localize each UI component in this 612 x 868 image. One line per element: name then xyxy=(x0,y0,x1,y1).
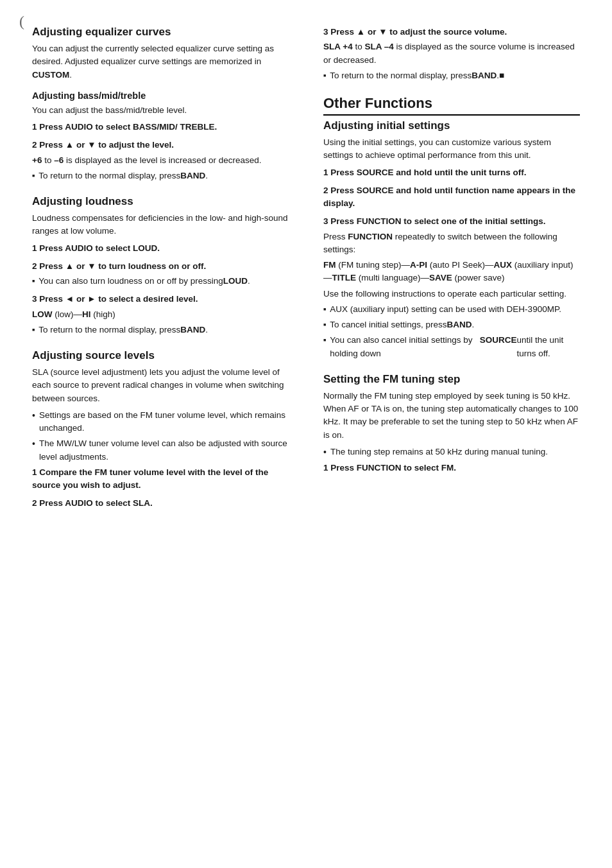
fm-dot1: The tuning step remains at 50 kHz during… xyxy=(323,446,580,459)
bass-body: You can adjust the bass/mid/treble level… xyxy=(32,104,298,117)
initial-settings-body: Using the initial settings, you can cust… xyxy=(323,136,580,162)
fm-tuning-title: Setting the FM tuning step xyxy=(323,373,580,386)
init-step2: 2 Press SOURCE and hold until function n… xyxy=(323,184,580,211)
init-bullet3: You can also cancel initial settings by … xyxy=(323,334,580,360)
loudness-bullet2: To return to the normal display, press B… xyxy=(32,324,298,336)
bass-bullet1: To return to the normal display, press B… xyxy=(32,169,298,182)
section-equalizer: Adjusting equalizer curves You can adjus… xyxy=(32,26,298,182)
bass-step2-heading: 2 Press ▲ or ▼ to adjust the level. xyxy=(32,139,298,152)
source-levels-body: SLA (source level adjustment) lets you a… xyxy=(32,366,298,405)
section-other-functions: Other Functions Adjusting initial settin… xyxy=(323,95,580,474)
corner-mark: ( xyxy=(19,13,24,30)
loudness-step3-heading: 3 Press ◄ or ► to select a desired level… xyxy=(32,293,298,306)
source-step2: 2 Press AUDIO to select SLA. xyxy=(32,497,298,510)
source-step3: 3 Press ▲ or ▼ to adjust the source volu… xyxy=(323,26,580,82)
loudness-step1-heading: 1 Press AUDIO to select LOUD. xyxy=(32,242,298,255)
init-step3-body2: FM (FM tuning step)—A-PI (auto PI Seek)—… xyxy=(323,259,580,285)
equalizer-title: Adjusting equalizer curves xyxy=(32,26,298,39)
source-dot2: The MW/LW tuner volume level can also be… xyxy=(32,437,298,464)
fm-tuning-body: Normally the FM tuning step employed by … xyxy=(323,390,580,442)
init-step2-heading: 2 Press SOURCE and hold until function n… xyxy=(323,184,580,211)
init-bullet2: To cancel initial settings, press BAND. xyxy=(323,318,580,331)
init-step3-body1: Press FUNCTION repeatedly to switch betw… xyxy=(323,230,580,257)
init-step3-body3: Use the following instructions to operat… xyxy=(323,288,580,300)
loudness-title: Adjusting loudness xyxy=(32,195,298,208)
loudness-step2-heading: 2 Press ▲ or ▼ to turn loudness on or of… xyxy=(32,260,298,273)
equalizer-body: You can adjust the currently selected eq… xyxy=(32,42,298,82)
loudness-bullet1: You can also turn loudness on or off by … xyxy=(32,275,298,288)
init-step1-heading: 1 Press SOURCE and hold until the unit t… xyxy=(323,166,580,179)
fm-step1: 1 Press FUNCTION to select FM. xyxy=(323,462,580,474)
source-step1: 1 Compare the FM tuner volume level with… xyxy=(32,466,298,492)
bass-title: Adjusting bass/mid/treble xyxy=(32,91,298,101)
source-step2-heading: 2 Press AUDIO to select SLA. xyxy=(32,497,298,510)
section-source-levels: Adjusting source levels SLA (source leve… xyxy=(32,349,298,510)
loudness-step3-body: LOW (low)—HI (high) xyxy=(32,308,298,321)
source-step3-section: 3 Press ▲ or ▼ to adjust the source volu… xyxy=(323,26,580,82)
source-step1-heading: 1 Compare the FM tuner volume level with… xyxy=(32,466,298,492)
init-step3: 3 Press FUNCTION to select one of the in… xyxy=(323,215,580,360)
bass-step2-body: +6 to –6 is displayed as the level is in… xyxy=(32,154,298,167)
loudness-step1: 1 Press AUDIO to select LOUD. xyxy=(32,242,298,255)
initial-settings-title: Adjusting initial settings xyxy=(323,119,580,132)
right-column: 3 Press ▲ or ▼ to adjust the source volu… xyxy=(323,26,580,523)
custom-bold: CUSTOM xyxy=(32,70,69,80)
section-loudness: Adjusting loudness Loudness compensates … xyxy=(32,195,298,336)
loudness-step3: 3 Press ◄ or ► to select a desired level… xyxy=(32,293,298,336)
source-step3-body1: SLA +4 to SLA –4 is displayed as the sou… xyxy=(323,40,580,67)
section-initial-settings: Adjusting initial settings Using the ini… xyxy=(323,119,580,360)
source-levels-title: Adjusting source levels xyxy=(32,349,298,362)
init-step3-heading: 3 Press FUNCTION to select one of the in… xyxy=(323,215,580,228)
source-step3-bullet: To return to the normal display, press B… xyxy=(323,69,580,82)
source-dot1: Settings are based on the FM tuner volum… xyxy=(32,409,298,435)
bass-step2: 2 Press ▲ or ▼ to adjust the level. +6 t… xyxy=(32,139,298,182)
fm-step1-heading: 1 Press FUNCTION to select FM. xyxy=(323,462,580,474)
init-bullet1: AUX (auxiliary input) setting can be use… xyxy=(323,303,580,316)
bass-step1-heading: 1 Press AUDIO to select BASS/MID/ TREBLE… xyxy=(32,121,298,134)
left-column: Adjusting equalizer curves You can adjus… xyxy=(32,26,298,523)
loudness-body: Loudness compensates for deficiencies in… xyxy=(32,212,298,238)
bass-step1: 1 Press AUDIO to select BASS/MID/ TREBLE… xyxy=(32,121,298,134)
section-bass: Adjusting bass/mid/treble You can adjust… xyxy=(32,91,298,182)
source-step3-heading: 3 Press ▲ or ▼ to adjust the source volu… xyxy=(323,26,580,39)
loudness-step2: 2 Press ▲ or ▼ to turn loudness on or of… xyxy=(32,260,298,288)
other-functions-title: Other Functions xyxy=(323,95,580,116)
init-step1: 1 Press SOURCE and hold until the unit t… xyxy=(323,166,580,179)
section-fm-tuning: Setting the FM tuning step Normally the … xyxy=(323,373,580,474)
